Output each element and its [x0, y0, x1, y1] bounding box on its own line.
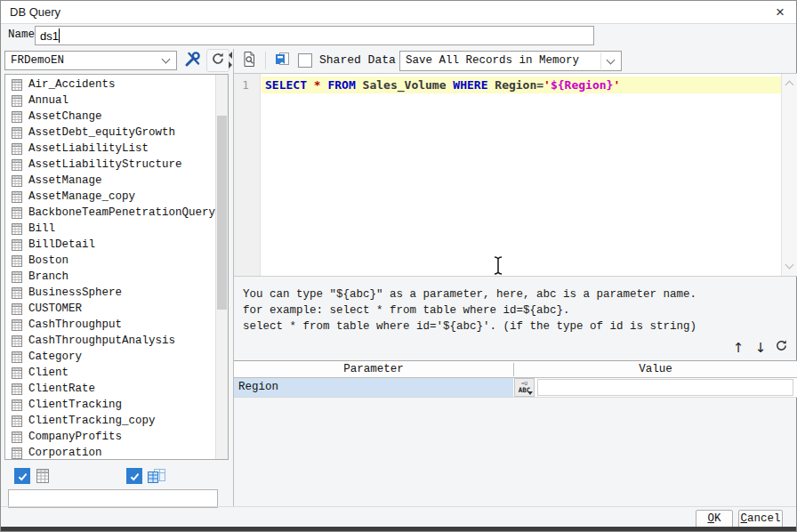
table-icon — [12, 143, 22, 155]
preview-button[interactable] — [237, 50, 261, 71]
table-list-item[interactable]: Air_Accidents — [5, 77, 214, 93]
table-list-item[interactable]: ClientTracking — [5, 397, 214, 413]
table-list-item[interactable]: AssetChange — [5, 109, 214, 125]
table-icon — [12, 351, 22, 363]
text-caret — [59, 28, 60, 43]
value-type-button[interactable]: ≈UABC — [514, 378, 535, 397]
table-type-icon — [35, 468, 51, 488]
table-list-item[interactable]: Boston — [5, 253, 214, 269]
column-header-value: Value — [514, 361, 797, 378]
table-icon — [12, 367, 22, 379]
table-name: AssetLiabilityList — [28, 142, 149, 155]
table-icon — [12, 223, 22, 235]
table-name: CashThroughput — [28, 318, 122, 331]
table-name: BackboneTeamPenetrationQuery — [28, 206, 215, 219]
table-name: ClientTracking — [28, 399, 122, 411]
collapse-left-icon[interactable] — [229, 52, 232, 59]
scroll-up-icon[interactable] — [785, 81, 794, 90]
table-list-item[interactable]: BackboneTeamPenetrationQuery — [5, 205, 214, 221]
table-name: CashThroughputAnalysis — [28, 335, 175, 347]
table-name: BusinessSphere — [28, 286, 122, 299]
table-list-item[interactable]: AssetManage — [5, 173, 214, 189]
chevron-down-icon — [607, 56, 616, 65]
check-icon — [129, 471, 141, 482]
dropdown-arrow-icon — [527, 391, 533, 395]
table-list-item[interactable]: CUSTOMER — [5, 301, 214, 317]
show-tables-checkbox[interactable] — [14, 468, 30, 484]
parameter-row[interactable]: Region≈UABC — [234, 378, 797, 398]
table-list-item[interactable]: Corporation — [5, 445, 214, 460]
refresh-params-button[interactable] — [771, 338, 791, 358]
line-number: 1 — [234, 78, 257, 92]
shared-dataset-checkbox[interactable] — [298, 53, 312, 68]
tools-icon — [184, 50, 202, 71]
connection-dropdown[interactable]: FRDemoEN — [4, 51, 177, 70]
table-list-item[interactable]: Client — [5, 365, 214, 381]
table-name: Branch — [28, 270, 68, 283]
table-icon — [12, 191, 22, 203]
table-icon — [12, 399, 22, 411]
arrow-down-icon: ↓ — [755, 340, 767, 356]
close-icon[interactable]: × — [770, 3, 790, 21]
table-list-scrollbar[interactable] — [215, 75, 228, 459]
table-list-item[interactable]: AssetLiabilityList — [5, 141, 214, 157]
preview-icon — [241, 51, 258, 71]
table-icon — [12, 335, 22, 347]
table-name: Boston — [28, 254, 68, 267]
sql-code-line: SELECT * FROM Sales_Volume WHERE Region=… — [265, 78, 620, 92]
table-list-item[interactable]: CompanyProfits — [5, 429, 214, 445]
table-list-item[interactable]: CashThroughputAnalysis — [5, 333, 214, 349]
table-list-item[interactable]: Annual — [5, 93, 214, 109]
table-list-item[interactable]: Bill — [5, 221, 214, 237]
chevron-down-icon — [162, 55, 171, 64]
table-list-item[interactable]: Category — [5, 349, 214, 365]
table-list-item[interactable]: AssetManage_copy — [5, 189, 214, 205]
check-icon — [17, 471, 28, 482]
table-icon — [12, 255, 22, 267]
collapse-right-icon[interactable] — [229, 61, 232, 69]
table-name: AssetDebt_equityGrowth — [28, 126, 175, 139]
cancel-button[interactable]: Cancel — [738, 510, 783, 528]
refresh-tables-button[interactable] — [206, 49, 229, 72]
save-icon — [274, 51, 291, 71]
help-line: You can type "${abc}" as a parameter, he… — [243, 286, 696, 302]
table-list-item[interactable]: BusinessSphere — [5, 285, 214, 301]
store-procedure-button[interactable] — [270, 50, 294, 71]
table-list-item[interactable]: AssetDebt_equityGrowth — [5, 125, 214, 141]
table-icon — [12, 383, 22, 395]
help-line: for example: select * from table where i… — [243, 302, 696, 318]
connection-config-button[interactable] — [181, 49, 205, 72]
ok-button[interactable]: OK — [696, 510, 733, 528]
table-list-item[interactable]: AssetLiabilityStructure — [5, 157, 214, 173]
table-list-item[interactable]: ClientTracking_copy — [5, 413, 214, 429]
table-icon — [12, 287, 22, 299]
title-bar: DB Query × — [1, 1, 796, 24]
parameter-value-input[interactable] — [537, 379, 793, 396]
line-number-gutter: 1 — [234, 74, 261, 276]
sql-editor[interactable]: 1 SELECT * FROM Sales_Volume WHERE Regio… — [234, 73, 797, 277]
save-mode-dropdown[interactable]: Save All Records in Memory — [399, 51, 622, 71]
editor-scrollbar[interactable] — [781, 74, 797, 276]
table-name: Category — [28, 351, 82, 363]
dataset-name-input[interactable] — [35, 26, 594, 45]
table-list-item[interactable]: Branch — [5, 269, 214, 285]
ibeam-cursor — [492, 255, 504, 279]
scroll-down-icon[interactable] — [785, 261, 794, 270]
table-icon — [12, 127, 22, 139]
table-name: AssetManage_copy — [28, 190, 135, 203]
table-list-item[interactable]: BillDetail — [5, 237, 214, 253]
move-param-down-button[interactable]: ↓ — [751, 338, 770, 358]
table-icon — [12, 79, 22, 91]
table-list-item[interactable]: ClientRate — [5, 381, 214, 397]
toolbar-separator — [265, 52, 266, 69]
table-search-input[interactable] — [8, 489, 218, 508]
table-icon — [12, 207, 22, 219]
show-views-checkbox[interactable] — [126, 468, 142, 484]
scrollbar-thumb[interactable] — [217, 116, 227, 310]
move-param-up-button[interactable]: ↑ — [729, 338, 748, 358]
table-icon — [12, 239, 22, 251]
parameter-name-cell[interactable]: Region — [234, 378, 513, 397]
table-name: Air_Accidents — [28, 78, 116, 91]
table-list-item[interactable]: CashThroughput — [5, 317, 214, 333]
table-name: BillDetail — [28, 238, 95, 251]
